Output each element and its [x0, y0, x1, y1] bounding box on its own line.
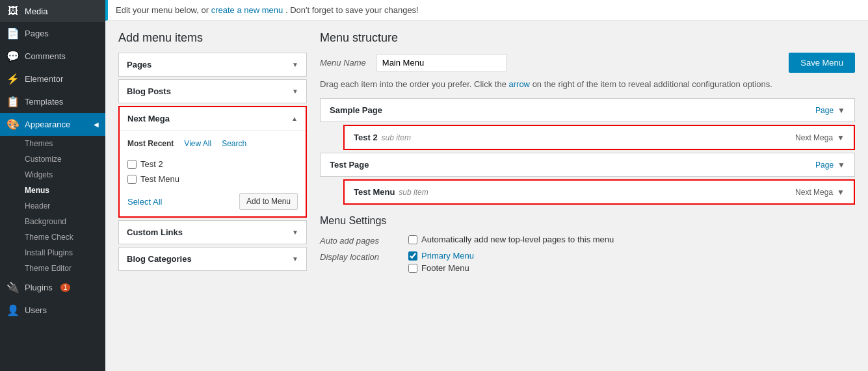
sidebar-item-users[interactable]: 👤 Users	[0, 299, 105, 322]
test-menu-sub-arrow-icon[interactable]: ▼	[837, 188, 845, 197]
sample-page-type: Page	[815, 106, 834, 115]
sidebar-item-pages[interactable]: 📄 Pages	[0, 22, 105, 45]
menu-structure-panel: Menu structure Menu Name Save Menu Drag …	[320, 31, 855, 278]
sidebar-item-label: Comments	[25, 51, 66, 61]
media-icon: 🖼	[7, 5, 20, 17]
menu-item-test-menu-checkbox[interactable]	[127, 175, 137, 184]
sidebar-item-appearance[interactable]: 🎨 Appearance ◀	[0, 113, 105, 136]
sidebar-sub-install-plugins[interactable]: Install Plugins	[18, 245, 105, 261]
accordion-blog-posts: Blog Posts ▼	[118, 79, 307, 103]
primary-menu-link[interactable]: Primary Menu	[421, 251, 474, 261]
add-to-menu-button[interactable]: Add to Menu	[239, 193, 298, 210]
test2-sub-type: Next Mega	[795, 133, 833, 142]
drag-hint: Drag each item into the order you prefer…	[320, 79, 855, 89]
test-page-label: Test Page	[330, 160, 369, 170]
accordion-next-mega-label: Next Mega	[127, 114, 170, 123]
sidebar-item-label: Templates	[25, 97, 63, 107]
menu-item-test-page: Test Page Page ▼	[320, 153, 855, 177]
accordion-pages-arrow-icon: ▼	[292, 61, 298, 68]
select-all-link[interactable]: Select All	[127, 197, 162, 207]
test2-sub-sublabel: sub item	[382, 133, 411, 142]
accordion-blog-categories-header[interactable]: Blog Categories ▼	[119, 248, 306, 270]
accordion-blog-categories-label: Blog Categories	[127, 254, 192, 264]
footer-menu-label: Footer Menu	[421, 263, 469, 273]
accordion-blog-categories-arrow-icon: ▼	[292, 255, 298, 262]
sidebar-item-label: Elementor	[25, 74, 63, 84]
tab-most-recent[interactable]: Most Recent	[127, 137, 179, 150]
accordion-blog-posts-header[interactable]: Blog Posts ▼	[119, 80, 306, 103]
tab-view-all[interactable]: View All	[179, 137, 217, 150]
accordion-custom-links-arrow-icon: ▼	[292, 229, 298, 236]
accordion-next-mega-header[interactable]: Next Mega ▲	[120, 107, 306, 130]
sample-page-arrow-icon[interactable]: ▼	[837, 106, 845, 115]
footer-menu-checkbox[interactable]	[408, 264, 417, 273]
accordion-next-mega-arrow-icon: ▲	[291, 115, 298, 122]
elementor-icon: ⚡	[7, 73, 20, 85]
menu-item-test2[interactable]: Test 2	[127, 157, 298, 172]
appearance-submenu: Themes Customize Widgets Menus Header Ba…	[0, 136, 105, 276]
sidebar-sub-background[interactable]: Background	[18, 214, 105, 229]
notice-text: Edit your menu below, or	[116, 5, 209, 15]
pages-icon: 📄	[7, 27, 20, 40]
accordion-pages: Pages ▼	[118, 53, 307, 77]
accordion-custom-links: Custom Links ▼	[118, 220, 307, 244]
plugins-icon: 🔌	[7, 281, 20, 294]
test2-sub-arrow-icon[interactable]: ▼	[837, 133, 845, 142]
test-page-arrow-icon[interactable]: ▼	[837, 160, 845, 170]
display-location-value: Primary Menu Footer Menu	[408, 251, 474, 273]
accordion-footer: Select All Add to Menu	[127, 193, 298, 210]
primary-menu-checkbox[interactable]	[408, 251, 417, 261]
menu-item-test2-label: Test 2	[140, 159, 163, 169]
drag-hint-link[interactable]: arrow	[509, 79, 531, 89]
appearance-icon: 🎨	[7, 118, 20, 131]
accordion-custom-links-label: Custom Links	[127, 227, 183, 237]
accordion-custom-links-header[interactable]: Custom Links ▼	[119, 221, 306, 244]
accordion-next-mega-body: Most Recent View All Search Test 2 Test …	[120, 130, 306, 216]
menu-structure-title: Menu structure	[320, 31, 855, 45]
plugins-badge: 1	[60, 283, 71, 292]
footer-menu-row[interactable]: Footer Menu	[408, 263, 474, 273]
menu-settings-title: Menu Settings	[320, 215, 855, 227]
sidebar-sub-theme-editor[interactable]: Theme Editor	[18, 261, 105, 276]
sidebar-item-comments[interactable]: 💬 Comments	[0, 45, 105, 68]
sidebar-sub-widgets[interactable]: Widgets	[18, 167, 105, 183]
sidebar-item-media[interactable]: 🖼 Media	[0, 0, 105, 22]
sidebar: 🖼 Media 📄 Pages 💬 Comments ⚡ Elementor 📋…	[0, 0, 105, 371]
menu-item-test2-checkbox[interactable]	[127, 160, 137, 169]
display-location-row: Display location Primary Menu Footer Men…	[320, 251, 855, 273]
accordion-pages-label: Pages	[127, 60, 151, 70]
notice-text2: . Don't forget to save your changes!	[285, 5, 419, 15]
sidebar-item-plugins[interactable]: 🔌 Plugins 1	[0, 276, 105, 299]
auto-add-check-row[interactable]: Automatically add new top-level pages to…	[408, 235, 614, 244]
menu-item-test-menu[interactable]: Test Menu	[127, 172, 298, 186]
save-menu-button[interactable]: Save Menu	[789, 53, 855, 73]
accordion-pages-header[interactable]: Pages ▼	[119, 53, 306, 76]
add-menu-items-title: Add menu items	[118, 31, 307, 45]
notice-bar: Edit your menu below, or create a new me…	[105, 0, 868, 21]
sidebar-sub-menus[interactable]: Menus	[18, 183, 105, 198]
comments-icon: 💬	[7, 50, 20, 62]
collapse-arrow-icon: ◀	[94, 121, 99, 128]
auto-add-checkbox[interactable]	[408, 235, 417, 244]
primary-menu-row[interactable]: Primary Menu	[408, 251, 474, 261]
sidebar-item-templates[interactable]: 📋 Templates	[0, 90, 105, 113]
templates-icon: 📋	[7, 96, 20, 108]
sidebar-sub-theme-check[interactable]: Theme Check	[18, 229, 105, 245]
sidebar-sub-customize[interactable]: Customize	[18, 151, 105, 167]
sidebar-item-label: Media	[25, 6, 47, 16]
sidebar-sub-themes[interactable]: Themes	[18, 136, 105, 151]
menu-name-input[interactable]	[376, 54, 506, 71]
main-content: Edit your menu below, or create a new me…	[105, 0, 868, 371]
users-icon: 👤	[7, 304, 20, 316]
menu-name-label: Menu Name	[320, 58, 366, 68]
sidebar-sub-header[interactable]: Header	[18, 198, 105, 214]
auto-add-text: Automatically add new top-level pages to…	[421, 235, 614, 244]
test-page-type: Page	[815, 160, 834, 170]
test-menu-sub-type: Next Mega	[795, 188, 833, 197]
sample-page-label: Sample Page	[330, 105, 382, 115]
tab-search[interactable]: Search	[217, 137, 252, 150]
display-location-label: Display location	[320, 251, 398, 262]
notice-link[interactable]: create a new menu	[211, 5, 283, 15]
accordion-tabs: Most Recent View All Search	[127, 137, 298, 150]
sidebar-item-elementor[interactable]: ⚡ Elementor	[0, 68, 105, 90]
